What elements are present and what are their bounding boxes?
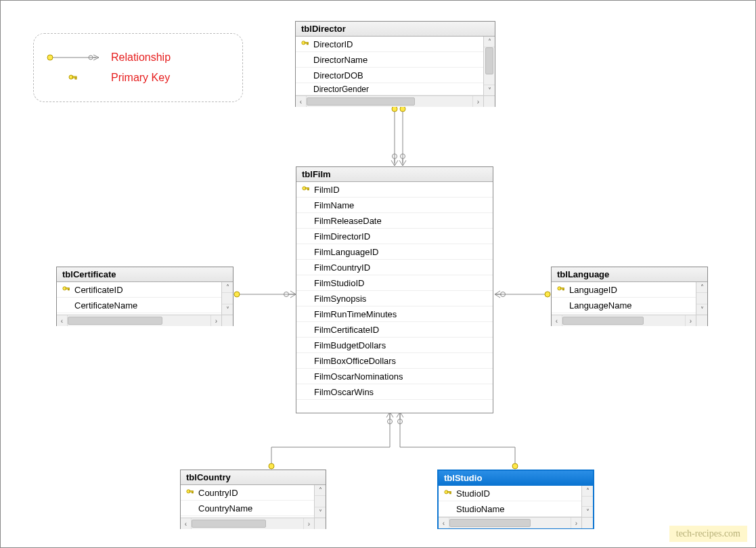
field-name: FilmRunTimeMinutes bbox=[313, 309, 493, 319]
table-row[interactable]: StudioID bbox=[439, 486, 581, 501]
table-row[interactable]: CertificateID bbox=[57, 282, 221, 298]
table-row[interactable]: FilmStudioID bbox=[296, 275, 493, 291]
field-name: FilmBoxOfficeDollars bbox=[313, 356, 493, 366]
key-icon bbox=[554, 286, 568, 294]
scroll-right-icon[interactable]: › bbox=[210, 315, 221, 326]
scroll-left-icon[interactable]: ‹ bbox=[181, 518, 192, 529]
field-name: FilmCertificateID bbox=[313, 325, 493, 335]
table-row[interactable]: FilmDirectorID bbox=[296, 229, 493, 244]
table-row[interactable]: CertificateName bbox=[57, 298, 221, 313]
table-row[interactable]: FilmOscarWins bbox=[296, 384, 493, 400]
table-tblcountry[interactable]: tblCountry CountryID CountryName ˄ ˅ ‹ › bbox=[180, 470, 326, 529]
field-name: FilmBudgetDollars bbox=[313, 340, 493, 350]
scroll-right-icon[interactable]: › bbox=[571, 518, 581, 528]
table-row[interactable]: FilmCountryID bbox=[296, 260, 493, 275]
table-row[interactable]: FilmID bbox=[296, 182, 493, 198]
scroll-thumb[interactable] bbox=[449, 519, 531, 527]
field-name: CountryName bbox=[197, 503, 314, 513]
vertical-scrollbar[interactable]: ˄ ˅ bbox=[483, 37, 495, 95]
horizontal-scrollbar[interactable]: ‹ › bbox=[552, 315, 707, 326]
scroll-right-icon[interactable]: › bbox=[472, 96, 483, 107]
scroll-up-icon[interactable]: ˄ bbox=[222, 282, 233, 293]
scroll-left-icon[interactable]: ‹ bbox=[439, 518, 449, 528]
scroll-down-icon[interactable]: ˅ bbox=[582, 506, 593, 517]
table-title[interactable]: tblCertificate bbox=[57, 267, 233, 282]
svg-point-6 bbox=[392, 106, 397, 112]
scroll-thumb[interactable] bbox=[562, 317, 644, 325]
field-name: DirectorDOB bbox=[312, 70, 483, 81]
key-icon bbox=[60, 286, 73, 294]
table-tblstudio[interactable]: tblStudio StudioID StudioName ˄ ˅ ‹ › bbox=[437, 470, 594, 529]
vertical-scrollbar[interactable]: ˄ ˅ bbox=[696, 282, 707, 315]
table-row[interactable]: StudioName bbox=[439, 501, 581, 517]
scroll-down-icon[interactable]: ˅ bbox=[315, 507, 326, 518]
horizontal-scrollbar[interactable]: ‹ › bbox=[57, 315, 233, 326]
table-row[interactable]: DirectorGender bbox=[296, 83, 483, 95]
table-row[interactable]: DirectorDOB bbox=[296, 68, 483, 83]
legend-pk-label: Primary Key bbox=[111, 68, 170, 88]
scroll-thumb[interactable] bbox=[68, 317, 162, 325]
table-title[interactable]: tblStudio bbox=[439, 471, 593, 486]
key-icon bbox=[46, 74, 100, 83]
field-name: CertificateName bbox=[73, 300, 221, 311]
table-row[interactable]: FilmReleaseDate bbox=[296, 213, 493, 229]
svg-point-13 bbox=[234, 292, 240, 297]
table-row[interactable]: CountryName bbox=[181, 501, 314, 516]
scroll-left-icon[interactable]: ‹ bbox=[57, 315, 68, 326]
table-row[interactable]: FilmLanguageID bbox=[296, 244, 493, 260]
table-tblfilm[interactable]: tblFilm FilmID FilmName FilmReleaseDate … bbox=[296, 166, 493, 413]
field-name: FilmOscarWins bbox=[313, 387, 493, 397]
table-row[interactable]: FilmRunTimeMinutes bbox=[296, 306, 493, 322]
horizontal-scrollbar[interactable]: ‹ › bbox=[439, 517, 593, 528]
table-row[interactable]: FilmBoxOfficeDollars bbox=[296, 353, 493, 369]
field-name: FilmReleaseDate bbox=[313, 216, 493, 226]
scroll-thumb[interactable] bbox=[485, 47, 493, 74]
table-tbllanguage[interactable]: tblLanguage LanguageID LanguageName ˄ ˅ … bbox=[551, 267, 708, 326]
horizontal-scrollbar[interactable]: ‹ › bbox=[296, 95, 495, 107]
scroll-corner bbox=[221, 315, 233, 326]
table-row[interactable]: LanguageID bbox=[552, 282, 696, 298]
scroll-corner bbox=[696, 315, 707, 326]
table-title[interactable]: tblLanguage bbox=[552, 267, 707, 282]
svg-point-17 bbox=[501, 292, 506, 297]
scroll-thumb[interactable] bbox=[307, 97, 415, 106]
horizontal-scrollbar[interactable]: ‹ › bbox=[181, 518, 326, 529]
scroll-up-icon[interactable]: ˄ bbox=[696, 282, 707, 293]
scroll-down-icon[interactable]: ˅ bbox=[484, 85, 495, 95]
scroll-corner bbox=[483, 96, 495, 107]
vertical-scrollbar[interactable]: ˄ ˅ bbox=[581, 486, 593, 517]
table-row[interactable]: DirectorID bbox=[296, 37, 483, 52]
table-row[interactable]: LanguageName bbox=[552, 298, 696, 313]
svg-point-1 bbox=[47, 55, 53, 60]
scroll-up-icon[interactable]: ˄ bbox=[484, 37, 495, 47]
field-name: DirectorName bbox=[312, 55, 483, 65]
svg-rect-39 bbox=[450, 493, 451, 494]
table-row[interactable]: DirectorName bbox=[296, 52, 483, 68]
scroll-down-icon[interactable]: ˅ bbox=[696, 304, 707, 315]
table-row[interactable]: FilmName bbox=[296, 198, 493, 213]
vertical-scrollbar[interactable]: ˄ ˅ bbox=[221, 282, 233, 315]
table-row[interactable]: CountryID bbox=[181, 485, 314, 501]
table-row[interactable]: FilmOscarNominations bbox=[296, 369, 493, 384]
legend-relationship-label: Relationship bbox=[111, 47, 171, 68]
vertical-scrollbar[interactable]: ˄ ˅ bbox=[314, 485, 326, 518]
table-row[interactable]: FilmSynopsis bbox=[296, 291, 493, 306]
table-row[interactable]: FilmBudgetDollars bbox=[296, 338, 493, 353]
scroll-right-icon[interactable]: › bbox=[685, 315, 696, 326]
scroll-left-icon[interactable]: ‹ bbox=[552, 315, 562, 326]
scroll-down-icon[interactable]: ˅ bbox=[222, 304, 233, 315]
table-row[interactable]: FilmCertificateID bbox=[296, 322, 493, 338]
table-title[interactable]: tblCountry bbox=[181, 470, 326, 485]
table-tbldirector[interactable]: tblDirector DirectorID DirectorName Dire… bbox=[295, 21, 495, 107]
scroll-left-icon[interactable]: ‹ bbox=[296, 96, 307, 107]
table-tblcertificate[interactable]: tblCertificate CertificateID Certificate… bbox=[56, 267, 234, 326]
field-list: DirectorID DirectorName DirectorDOB Dire… bbox=[296, 37, 483, 95]
svg-rect-33 bbox=[563, 289, 564, 290]
table-title[interactable]: tblDirector bbox=[296, 22, 495, 37]
scroll-up-icon[interactable]: ˄ bbox=[315, 485, 326, 496]
scroll-up-icon[interactable]: ˄ bbox=[582, 486, 593, 497]
table-title[interactable]: tblFilm bbox=[296, 167, 493, 182]
key-icon bbox=[441, 489, 455, 497]
scroll-thumb[interactable] bbox=[192, 520, 266, 528]
scroll-right-icon[interactable]: › bbox=[303, 518, 314, 529]
